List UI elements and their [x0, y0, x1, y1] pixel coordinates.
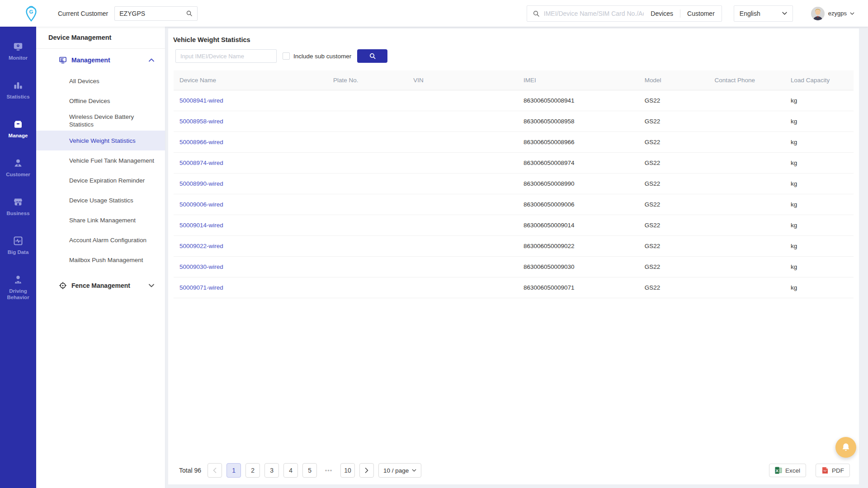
- filter-bar: Include sub customer: [175, 49, 859, 63]
- cell-load-capacity: kg: [785, 97, 854, 104]
- monitor-icon: [13, 41, 24, 52]
- imei-device-filter-input[interactable]: [175, 49, 277, 63]
- page-button-1[interactable]: 1: [226, 463, 241, 478]
- cell-device-name: 50009014-wired: [174, 222, 327, 229]
- search-button[interactable]: [357, 49, 387, 63]
- business-icon: [13, 197, 24, 207]
- primary-nav: MonitorStatisticsManageCustomerBusinessB…: [0, 27, 36, 488]
- sidebar-item-account-alarm-configuration[interactable]: Account Alarm Configuration: [36, 230, 165, 250]
- table-row: 50009022-wired863006050009022GS22kg: [174, 236, 854, 257]
- device-name-link[interactable]: 50009006-wired: [179, 201, 223, 208]
- chevron-down-icon: [412, 469, 416, 472]
- sidebar-item-offline-devices[interactable]: Offline Devices: [36, 91, 165, 111]
- sidebar-item-vehicle-weight-statistics[interactable]: Vehicle Weight Statistics: [36, 131, 165, 150]
- management-group-header[interactable]: Management: [36, 49, 165, 71]
- customer-search-button[interactable]: Customer: [680, 10, 722, 17]
- excel-icon: X: [775, 467, 782, 474]
- table-row: 50009014-wired863006050009014GS22kg: [174, 215, 854, 236]
- global-search-box: Devices Customer: [527, 5, 722, 22]
- device-name-link[interactable]: 50009022-wired: [179, 243, 223, 249]
- page-button-10[interactable]: 10: [340, 463, 355, 478]
- device-name-link[interactable]: 50009014-wired: [179, 222, 223, 229]
- customer-icon: [13, 158, 24, 169]
- fence-management-group-label: Fence Management: [71, 282, 130, 289]
- current-customer-input[interactable]: [119, 10, 186, 17]
- next-page-button[interactable]: [359, 463, 374, 478]
- nav-item-big-data[interactable]: Big Data: [0, 235, 36, 255]
- bigdata-icon: [13, 235, 24, 246]
- cell-device-name: 50008941-wired: [174, 97, 327, 104]
- device-name-link[interactable]: 50008941-wired: [179, 97, 223, 104]
- sidebar-item-vehicle-fuel-tank-management[interactable]: Vehicle Fuel Tank Management: [36, 150, 165, 170]
- nav-item-customer[interactable]: Customer: [0, 158, 36, 178]
- table-row: 50008974-wired863006050008974GS22kg: [174, 153, 854, 174]
- cell-device-name: 50008974-wired: [174, 160, 327, 166]
- language-select[interactable]: English: [734, 5, 793, 22]
- prev-page-button[interactable]: [208, 463, 222, 478]
- include-sub-customer-label: Include sub customer: [293, 53, 351, 60]
- global-search-input[interactable]: [544, 10, 644, 17]
- cell-load-capacity: kg: [785, 284, 854, 291]
- page-ellipsis[interactable]: •••: [321, 463, 336, 478]
- cell-load-capacity: kg: [785, 222, 854, 229]
- cell-model: GS22: [639, 118, 709, 125]
- sidebar-item-share-link-management[interactable]: Share Link Management: [36, 210, 165, 230]
- cell-model: GS22: [639, 263, 709, 270]
- cell-device-name: 50009071-wired: [174, 284, 327, 291]
- cell-imei: 863006050009030: [518, 263, 639, 270]
- cell-device-name: 50008966-wired: [174, 139, 327, 145]
- sidebar-item-wireless-device-battery-statistics[interactable]: Wireless Device Battery Statistics: [36, 111, 165, 131]
- device-name-link[interactable]: 50009071-wired: [179, 284, 223, 291]
- nav-item-manage[interactable]: Manage: [0, 119, 36, 139]
- export-excel-button[interactable]: X Excel: [769, 464, 806, 477]
- cell-model: GS22: [639, 201, 709, 208]
- include-sub-customer-checkbox[interactable]: [283, 52, 290, 60]
- column-header-contact-phone: Contact Phone: [709, 77, 785, 84]
- device-name-link[interactable]: 50008974-wired: [179, 160, 223, 166]
- page-button-2[interactable]: 2: [245, 463, 260, 478]
- user-menu[interactable]: ezygps: [811, 7, 854, 20]
- cell-device-name: 50009006-wired: [174, 201, 327, 208]
- nav-item-label: Monitor: [7, 55, 29, 61]
- sidebar-item-device-expiration-reminder[interactable]: Device Expiration Reminder: [36, 170, 165, 190]
- devices-search-button[interactable]: Devices: [644, 10, 680, 17]
- management-group-items: All DevicesOffline DevicesWireless Devic…: [36, 71, 165, 270]
- cell-imei: 863006050009006: [518, 201, 639, 208]
- language-value: English: [740, 10, 760, 17]
- cell-device-name: 50008958-wired: [174, 118, 327, 125]
- sidebar-item-mailbox-push-management[interactable]: Mailbox Push Management: [36, 250, 165, 270]
- svg-text:PDF: PDF: [823, 470, 827, 472]
- nav-item-driving-behavior[interactable]: Driving Behavior: [0, 274, 36, 300]
- export-pdf-button[interactable]: PDF PDF: [816, 464, 850, 477]
- main-area: Vehicle Weight Statistics Include sub cu…: [165, 27, 868, 488]
- cell-model: GS22: [639, 222, 709, 229]
- table-header-row: Device NamePlate No.VINIMEIModelContact …: [174, 70, 854, 90]
- page-button-3[interactable]: 3: [264, 463, 279, 478]
- page-buttons: 12345•••10: [226, 463, 359, 478]
- nav-item-statistics[interactable]: Statistics: [0, 80, 36, 100]
- device-name-link[interactable]: 50008958-wired: [179, 118, 223, 125]
- device-name-link[interactable]: 50009030-wired: [179, 263, 223, 270]
- cell-model: GS22: [639, 139, 709, 145]
- device-name-link[interactable]: 50008966-wired: [179, 139, 223, 145]
- customer-search-icon[interactable]: [186, 10, 193, 17]
- device-name-link[interactable]: 50008990-wired: [179, 180, 223, 187]
- page-button-4[interactable]: 4: [283, 463, 298, 478]
- page-size-select[interactable]: 10 / page: [378, 463, 421, 478]
- page-button-5[interactable]: 5: [302, 463, 317, 478]
- manage-icon: [13, 119, 24, 130]
- table-row: 50008958-wired863006050008958GS22kg: [174, 111, 854, 132]
- nav-item-business[interactable]: Business: [0, 197, 36, 216]
- table-row: 50008990-wired863006050008990GS22kg: [174, 174, 854, 194]
- table-row: 50008941-wired863006050008941GS22kg: [174, 90, 854, 111]
- fence-management-group-header[interactable]: Fence Management: [36, 274, 165, 296]
- sidebar-title: Device Management: [36, 27, 165, 49]
- sidebar-item-all-devices[interactable]: All Devices: [36, 71, 165, 91]
- total-count: Total 96: [179, 467, 201, 474]
- sidebar-item-device-usage-statistics[interactable]: Device Usage Statistics: [36, 190, 165, 210]
- notification-bell-button[interactable]: [835, 437, 856, 458]
- nav-item-monitor[interactable]: Monitor: [0, 41, 36, 61]
- nav-item-label: Driving Behavior: [0, 288, 36, 300]
- cell-model: GS22: [639, 284, 709, 291]
- statistics-icon: [13, 80, 24, 91]
